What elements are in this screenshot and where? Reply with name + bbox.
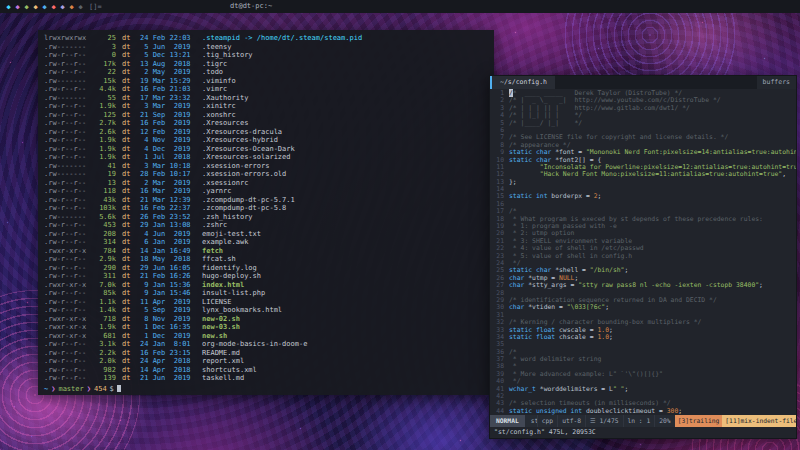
layout-indicator[interactable]: []=	[89, 3, 102, 11]
file-owner: dt	[122, 221, 134, 230]
file-row: .rw-r--r--2.0kdt24 Apr 2018report.xml	[44, 357, 488, 366]
file-date: 16 Feb 2019	[140, 119, 198, 128]
code-line: 12 "Hack Nerd Font Mono:pixelsize=11:ant…	[490, 171, 796, 178]
file-permissions: .rw-r--r--	[44, 221, 90, 230]
file-owner: dt	[122, 34, 134, 43]
file-date: 16 Feb 22:37	[140, 204, 198, 213]
file-size: 118	[90, 187, 116, 196]
file-permissions: .rwxr-xr-x	[44, 247, 90, 256]
shell-prompt[interactable]: ~ ❯ master ❯ 454 $	[44, 385, 488, 394]
code-text: static float chscale = 1.0;	[509, 334, 613, 341]
file-size: 453	[90, 221, 116, 230]
file-owner: dt	[122, 238, 134, 247]
file-row: .rw-r--r--2.7kdt16 Feb 2019.Xresources	[44, 119, 488, 128]
statusline-filename: st/config.h	[525, 415, 537, 427]
file-owner: dt	[122, 51, 134, 60]
file-row: .rw-------3dt 5 Jun 2019.teensy	[44, 43, 488, 52]
workspace-6[interactable]: ◆	[49, 3, 58, 11]
file-owner: dt	[122, 298, 134, 307]
terminal-vim-editor[interactable]: ~/s/config.h buffers 1/* ____ _____ Dere…	[489, 75, 797, 439]
file-name: new-02.sh	[202, 315, 240, 324]
file-owner: dt	[122, 60, 134, 69]
file-date: 4 Dec 2019	[140, 145, 198, 154]
file-size: 1.9k	[90, 136, 116, 145]
code-text: wchar_t *worddelimiters = L" ";	[509, 386, 628, 393]
file-owner: dt	[122, 153, 134, 162]
file-owner: dt	[122, 272, 134, 281]
file-name: .xsessionrc	[202, 179, 248, 188]
file-name: .Xresources	[202, 119, 248, 128]
workspace-5[interactable]: ◆	[40, 3, 49, 11]
file-row: .rw-------15kdt19 Mar 15:29.viminfo	[44, 77, 488, 86]
file-row: .rw-r--r--453dt29 Jan 13:08.zshrc	[44, 221, 488, 230]
vim-command-line[interactable]: "st/config.h" 475L, 20953C	[490, 427, 796, 438]
file-name: .tig_history	[202, 51, 253, 60]
terminal-file-listing[interactable]: lrwxrwxrwx25dt24 Feb 22:03.steampid -> /…	[38, 30, 494, 395]
buffers-label: buffers	[757, 76, 796, 89]
file-size: 2.0k	[90, 357, 116, 366]
file-size: 7.0k	[90, 281, 116, 290]
workspace-list: ◆◆◆◆◆◆◆◆◆	[0, 3, 85, 11]
file-date: 3 Mar 10:18	[140, 162, 198, 171]
workspace-4[interactable]: ◆	[31, 3, 40, 11]
code-text: * word delimiter string	[509, 356, 601, 363]
file-name: README.md	[202, 349, 240, 358]
code-area[interactable]: 1/* ____ _____ Derek Taylor (DistroTube)…	[490, 89, 796, 415]
file-permissions: .rw-r--r--	[44, 102, 90, 111]
file-name: insult-list.php	[202, 289, 265, 298]
file-name: .tigrc	[202, 60, 227, 69]
file-size: 25	[90, 34, 116, 43]
statusline-segment: 20%	[654, 415, 674, 427]
file-owner: dt	[122, 306, 134, 315]
file-name: fidentify.log	[202, 264, 257, 273]
file-permissions: .rw-------	[44, 94, 90, 103]
workspace-3[interactable]: ◆	[22, 3, 31, 11]
file-date: 19 Mar 15:29	[140, 77, 198, 86]
workspace-9[interactable]: ◆	[76, 3, 85, 11]
file-date: 2 May 2019	[140, 68, 198, 77]
file-permissions: .rw-r--r--	[44, 272, 90, 281]
focused-window-title: dt@dt-pc:~	[230, 0, 272, 13]
tab-config-h[interactable]: ~/s/config.h	[490, 76, 555, 89]
file-name: lynx_bookmarks.html	[202, 306, 282, 315]
file-permissions: .rw-------	[44, 170, 90, 179]
file-date: 21 Feb 16:26	[140, 272, 198, 281]
file-permissions: .rw-------	[44, 43, 90, 52]
file-permissions: .rw-r--r--	[44, 68, 90, 77]
file-size: 19	[90, 170, 116, 179]
statusline-segment: utf-8	[557, 415, 585, 427]
file-row: lrwxrwxrwx25dt24 Feb 22:03.steampid -> /…	[44, 34, 488, 43]
file-permissions: .rw-------	[44, 162, 90, 171]
workspace-7[interactable]: ◆	[58, 3, 67, 11]
file-row: .rw-r--r--4.4kdt16 Feb 21:03.vimrc	[44, 85, 488, 94]
file-size: 2.7k	[90, 119, 116, 128]
file-name: .xsession-errors	[202, 162, 269, 171]
workspace-8[interactable]: ◆	[67, 3, 76, 11]
code-text: "Hack Nerd Font Mono:pixelsize=11:antial…	[509, 171, 786, 178]
file-name: fetch	[202, 247, 223, 256]
file-row: .rw-------41dt 3 Mar 10:18.xsession-erro…	[44, 162, 488, 171]
file-owner: dt	[122, 213, 134, 222]
file-permissions: .rwxr-xr-x	[44, 323, 90, 332]
code-line: 30char *vtiden = "\033[?6c";	[490, 304, 796, 311]
file-name: .zsh_history	[202, 213, 253, 222]
file-row: .rw-r--r--0dt 5 Dec 13:21.tig_history	[44, 51, 488, 60]
workspace-1[interactable]: ◆	[4, 3, 13, 11]
workspace-2[interactable]: ◆	[13, 3, 22, 11]
file-owner: dt	[122, 136, 134, 145]
file-owner: dt	[122, 255, 134, 264]
file-size: 2.6k	[90, 128, 116, 137]
file-owner: dt	[122, 374, 134, 383]
code-text: char *stty_args = "stty raw pass8 nl -ec…	[509, 282, 763, 289]
file-permissions: .rw-------	[44, 77, 90, 86]
terminal-cursor	[117, 385, 121, 392]
file-row: .rw-r--r--139dt21 Jun 2019taskell.md	[44, 374, 488, 383]
file-row: .rw-r--r--982dt14 Apr 2018shortcuts.xml	[44, 366, 488, 375]
file-size: 15k	[90, 77, 116, 86]
file-name: ffcat.sh	[202, 255, 236, 264]
file-row: .rw-------19dt28 Feb 10:17.xsession-erro…	[44, 170, 488, 179]
code-text: * More advanced example: L" `'\"()[]{}"	[509, 371, 663, 378]
file-date: 2 Mar 2019	[140, 179, 198, 188]
file-owner: dt	[122, 366, 134, 375]
file-size: 17k	[90, 60, 116, 69]
